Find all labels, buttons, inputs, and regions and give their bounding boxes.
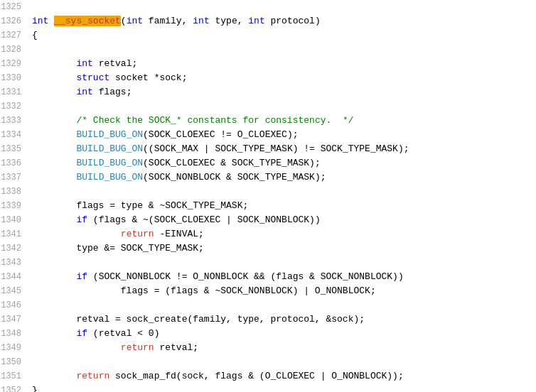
token-plain: type, bbox=[210, 16, 249, 26]
token-plain bbox=[32, 158, 76, 168]
code-line: 1344 if (SOCK_NONBLOCK != O_NONBLOCK && … bbox=[0, 270, 536, 284]
line-number: 1347 bbox=[0, 313, 28, 326]
code-line: 1332 bbox=[0, 99, 536, 114]
line-content bbox=[28, 185, 536, 199]
code-line: 1347 retval = sock_create(family, type, … bbox=[0, 312, 536, 327]
line-content: flags = (flags & ~SOCK_NONBLOCK) | O_NON… bbox=[28, 284, 536, 298]
token-ret: return bbox=[121, 342, 154, 353]
token-plain bbox=[32, 72, 76, 83]
line-number: 1344 bbox=[0, 271, 28, 283]
line-content: if (retval < 0) bbox=[28, 327, 536, 341]
line-number: 1338 bbox=[0, 185, 28, 198]
token-plain: -EINVAL; bbox=[154, 229, 204, 239]
code-line: 1338 bbox=[0, 185, 536, 199]
token-plain: (retval < 0) bbox=[87, 328, 159, 339]
line-content: /* Check the SOCK_* constants for consis… bbox=[28, 114, 536, 128]
code-line: 1340 if (flags & ~(SOCK_CLOEXEC | SOCK_N… bbox=[0, 213, 536, 227]
token-plain: family, bbox=[143, 16, 193, 26]
code-line: 1335 BUILD_BUG_ON((SOCK_MAX | SOCK_TYPE_… bbox=[0, 142, 536, 156]
code-line: 1336 BUILD_BUG_ON(SOCK_CLOEXEC & SOCK_TY… bbox=[0, 156, 536, 170]
code-line: 1343 bbox=[0, 256, 536, 270]
line-content: BUILD_BUG_ON(SOCK_CLOEXEC != O_CLOEXEC); bbox=[28, 128, 536, 142]
token-kw: int bbox=[193, 16, 209, 26]
code-line: 1352} bbox=[0, 383, 536, 392]
line-content: { bbox=[28, 28, 536, 43]
line-number: 1326 bbox=[0, 15, 28, 28]
code-line: 1348 if (retval < 0) bbox=[0, 327, 536, 341]
line-number: 1342 bbox=[0, 242, 28, 255]
line-content: retval = sock_create(family, type, proto… bbox=[28, 312, 536, 327]
token-kw: int bbox=[76, 87, 92, 97]
token-macro: BUILD_BUG_ON bbox=[76, 143, 143, 154]
code-line: 1328 bbox=[0, 43, 536, 57]
line-content: BUILD_BUG_ON((SOCK_MAX | SOCK_TYPE_MASK)… bbox=[28, 142, 536, 156]
line-content bbox=[28, 43, 536, 57]
line-content: int flags; bbox=[28, 85, 536, 99]
line-number: 1333 bbox=[0, 114, 28, 127]
token-kw: int bbox=[32, 16, 54, 26]
line-number: 1334 bbox=[0, 129, 28, 141]
token-plain: socket *sock; bbox=[109, 72, 187, 83]
token-ret: return bbox=[76, 371, 109, 381]
line-number: 1336 bbox=[0, 157, 28, 170]
line-number: 1328 bbox=[0, 43, 28, 56]
token-plain: retval; bbox=[154, 342, 198, 353]
token-plain: (SOCK_NONBLOCK & SOCK_TYPE_MASK); bbox=[143, 172, 326, 183]
token-plain: } bbox=[32, 385, 38, 392]
line-content: BUILD_BUG_ON(SOCK_NONBLOCK & SOCK_TYPE_M… bbox=[28, 170, 536, 185]
token-plain bbox=[32, 58, 76, 69]
token-kw: if bbox=[76, 328, 87, 339]
line-number: 1330 bbox=[0, 72, 28, 85]
line-number: 1350 bbox=[0, 356, 28, 369]
token-plain bbox=[32, 115, 76, 126]
token-plain: sock_map_fd(sock, flags & (O_CLOEXEC | O… bbox=[109, 371, 403, 381]
line-content bbox=[28, 256, 536, 270]
code-line: 1342 type &= SOCK_TYPE_MASK; bbox=[0, 241, 536, 256]
line-content: return retval; bbox=[28, 341, 536, 355]
token-plain bbox=[32, 214, 76, 225]
token-kw: int bbox=[248, 16, 264, 26]
line-number: 1331 bbox=[0, 86, 28, 99]
line-number: 1329 bbox=[0, 58, 28, 70]
token-plain: (SOCK_NONBLOCK != O_NONBLOCK && (flags &… bbox=[87, 271, 404, 282]
token-macro: BUILD_BUG_ON bbox=[76, 129, 143, 140]
line-content bbox=[28, 298, 536, 312]
token-plain: protocol) bbox=[265, 16, 321, 26]
code-line: 1339 flags = type & ~SOCK_TYPE_MASK; bbox=[0, 199, 536, 213]
line-content: if (SOCK_NONBLOCK != O_NONBLOCK && (flag… bbox=[28, 270, 536, 284]
code-line: 1334 BUILD_BUG_ON(SOCK_CLOEXEC != O_CLOE… bbox=[0, 128, 536, 142]
token-comment: /* Check the SOCK_* constants for consis… bbox=[76, 115, 353, 126]
code-editor: 1325 1326int __sys_socket(int family, in… bbox=[0, 0, 536, 392]
code-line: 1330 struct socket *sock; bbox=[0, 71, 536, 85]
code-line: 1350 bbox=[0, 355, 536, 369]
token-macro: BUILD_BUG_ON bbox=[76, 172, 143, 183]
line-content: } bbox=[28, 383, 536, 392]
token-plain: flags = type & ~SOCK_TYPE_MASK; bbox=[32, 200, 248, 211]
line-number: 1351 bbox=[0, 370, 28, 383]
line-content: int retval; bbox=[28, 57, 536, 71]
token-plain: flags; bbox=[93, 87, 132, 97]
token-ret: return bbox=[121, 229, 154, 239]
token-plain: flags = (flags & ~SOCK_NONBLOCK) | O_NON… bbox=[32, 285, 376, 296]
line-content: return sock_map_fd(sock, flags & (O_CLOE… bbox=[28, 369, 536, 383]
token-plain: (flags & ~(SOCK_CLOEXEC | SOCK_NONBLOCK)… bbox=[87, 214, 321, 225]
code-line: 1337 BUILD_BUG_ON(SOCK_NONBLOCK & SOCK_T… bbox=[0, 170, 536, 185]
line-content: if (flags & ~(SOCK_CLOEXEC | SOCK_NONBLO… bbox=[28, 213, 536, 227]
line-number: 1332 bbox=[0, 100, 28, 113]
line-number: 1348 bbox=[0, 327, 28, 340]
code-line: 1327{ bbox=[0, 28, 536, 43]
line-number: 1340 bbox=[0, 214, 28, 227]
line-number: 1346 bbox=[0, 299, 28, 312]
token-plain: (SOCK_CLOEXEC & SOCK_TYPE_MASK); bbox=[143, 158, 321, 168]
code-line: 1341 return -EINVAL; bbox=[0, 227, 536, 241]
token-fn-highlight: __sys_socket bbox=[54, 16, 121, 26]
line-content bbox=[28, 355, 536, 369]
line-number: 1345 bbox=[0, 285, 28, 298]
code-line: 1331 int flags; bbox=[0, 85, 536, 99]
token-plain bbox=[32, 342, 121, 353]
line-number: 1341 bbox=[0, 228, 28, 241]
token-kw: if bbox=[76, 271, 87, 282]
line-number: 1343 bbox=[0, 256, 28, 269]
token-plain bbox=[32, 172, 76, 183]
line-number: 1337 bbox=[0, 171, 28, 184]
